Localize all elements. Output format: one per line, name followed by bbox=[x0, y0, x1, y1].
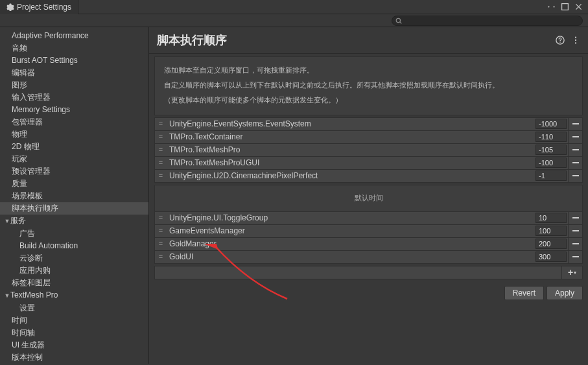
remove-button[interactable] bbox=[568, 224, 582, 238]
sidebar-item[interactable]: 音频 bbox=[0, 42, 148, 54]
sidebar-item[interactable]: Memory Settings bbox=[0, 104, 148, 116]
remove-button[interactable] bbox=[568, 211, 582, 225]
sidebar-item[interactable]: 时间 bbox=[0, 314, 148, 327]
script-name: GoldManager bbox=[167, 239, 534, 248]
execution-order-input[interactable]: -1 bbox=[535, 171, 567, 181]
sidebar-item[interactable]: 输入管理器 bbox=[0, 91, 148, 104]
svg-point-1 bbox=[554, 6, 555, 7]
script-name: GoldUI bbox=[167, 252, 534, 261]
script-row[interactable]: TMPro.TextMeshProUGUI-100 bbox=[154, 156, 583, 170]
sidebar-item[interactable]: 2D 物理 bbox=[0, 141, 148, 153]
script-row[interactable]: UnityEngine.U2D.CinemachinePixelPerfect-… bbox=[154, 169, 583, 183]
svg-point-6 bbox=[575, 36, 576, 38]
drag-handle-icon[interactable] bbox=[155, 158, 167, 167]
drag-handle-icon[interactable] bbox=[155, 171, 167, 180]
sidebar-item[interactable]: 包管理器 bbox=[0, 116, 148, 128]
apply-button[interactable]: Apply bbox=[547, 286, 583, 300]
revert-button[interactable]: Revert bbox=[504, 286, 544, 300]
sidebar-item[interactable]: 场景模板 bbox=[0, 190, 148, 202]
sidebar-item-label: 时间轴 bbox=[12, 328, 35, 337]
sidebar-item[interactable]: ▼TextMesh Pro bbox=[0, 289, 148, 302]
script-row[interactable]: GameEventsManager100 bbox=[154, 224, 583, 238]
help-icon[interactable] bbox=[556, 36, 565, 45]
sidebar-item[interactable]: 图形 bbox=[0, 79, 148, 91]
execution-order-input[interactable]: -105 bbox=[535, 145, 567, 155]
sidebar-item[interactable]: Build Automation bbox=[0, 240, 148, 252]
sidebar-item-label: 标签和图层 bbox=[12, 278, 51, 287]
sidebar-item[interactable]: 广告 bbox=[0, 228, 148, 240]
sidebar-item[interactable]: 玩家 bbox=[0, 153, 148, 165]
sidebar-item[interactable]: 设置 bbox=[0, 302, 148, 314]
window-tab[interactable]: Project Settings bbox=[0, 0, 78, 14]
svg-rect-11 bbox=[572, 149, 579, 150]
add-script-button[interactable]: +▾ bbox=[561, 266, 582, 279]
script-row[interactable]: UnityEngine.UI.ToggleGroup10 bbox=[154, 211, 583, 225]
script-name: TMPro.TextContainer bbox=[167, 132, 534, 141]
execution-order-input[interactable]: -110 bbox=[535, 132, 567, 142]
sidebar-item[interactable]: 预设管理器 bbox=[0, 165, 148, 178]
sidebar-item-label: 场景模板 bbox=[12, 191, 43, 200]
remove-button[interactable] bbox=[568, 169, 582, 183]
gear-icon bbox=[6, 3, 14, 11]
maximize-icon[interactable] bbox=[561, 3, 569, 11]
remove-button[interactable] bbox=[568, 237, 582, 251]
sidebar-item-label: 2D 物理 bbox=[12, 142, 40, 151]
more-icon[interactable] bbox=[571, 36, 580, 45]
sidebar-item[interactable]: 质量 bbox=[0, 178, 148, 190]
chevron-down-icon: ▼ bbox=[4, 290, 10, 301]
settings-sidebar: Adaptive Performance音频Burst AOT Settings… bbox=[0, 27, 149, 364]
drag-handle-icon[interactable] bbox=[155, 145, 167, 154]
svg-rect-13 bbox=[572, 175, 579, 176]
execution-order-input[interactable]: 10 bbox=[535, 213, 567, 223]
script-row[interactable]: GoldUI300 bbox=[154, 250, 583, 264]
sidebar-item[interactable]: 版本控制 bbox=[0, 351, 148, 364]
sidebar-item[interactable]: 物理 bbox=[0, 128, 148, 141]
script-row[interactable]: UnityEngine.EventSystems.EventSystem-100… bbox=[154, 117, 583, 131]
remove-button[interactable] bbox=[568, 156, 582, 170]
sidebar-item[interactable]: 时间轴 bbox=[0, 327, 148, 339]
sidebar-item[interactable]: Burst AOT Settings bbox=[0, 54, 148, 67]
script-row[interactable]: GoldManager200 bbox=[154, 237, 583, 251]
svg-rect-16 bbox=[572, 243, 579, 244]
drag-handle-icon[interactable] bbox=[155, 239, 167, 248]
sidebar-item[interactable]: 标签和图层 bbox=[0, 277, 148, 289]
sidebar-item[interactable]: ▼服务 bbox=[0, 215, 148, 228]
execution-order-input[interactable]: -1000 bbox=[535, 119, 567, 129]
sidebar-item[interactable]: 应用内购 bbox=[0, 265, 148, 277]
remove-button[interactable] bbox=[568, 117, 582, 131]
script-name: TMPro.TextMeshPro bbox=[167, 145, 534, 154]
drag-handle-icon[interactable] bbox=[155, 119, 167, 128]
close-icon[interactable] bbox=[574, 3, 583, 11]
execution-order-input[interactable]: 200 bbox=[535, 239, 567, 249]
execution-order-input[interactable]: 100 bbox=[535, 226, 567, 236]
search-input[interactable] bbox=[392, 16, 583, 26]
sidebar-item-label: 设置 bbox=[19, 303, 35, 312]
help-text: 添加脚本至自定义顺序窗口，可拖拽重新排序。 自定义顺序的脚本可以从上到下在默认时… bbox=[154, 56, 583, 115]
remove-button[interactable] bbox=[568, 143, 582, 157]
sidebar-item-label: UI 生成器 bbox=[12, 340, 45, 349]
sidebar-item[interactable]: UI 生成器 bbox=[0, 339, 148, 351]
menu-dots-icon[interactable] bbox=[547, 3, 556, 11]
drag-handle-icon[interactable] bbox=[155, 252, 167, 261]
drag-handle-icon[interactable] bbox=[155, 132, 167, 141]
remove-button[interactable] bbox=[568, 130, 582, 144]
script-row[interactable]: TMPro.TextContainer-110 bbox=[154, 130, 583, 144]
execution-order-input[interactable]: 300 bbox=[535, 252, 567, 262]
sidebar-item[interactable]: 云诊断 bbox=[0, 252, 148, 265]
sidebar-item[interactable]: 脚本执行顺序 bbox=[0, 202, 148, 215]
script-name: GameEventsManager bbox=[167, 226, 534, 235]
drag-handle-icon[interactable] bbox=[155, 226, 167, 235]
svg-point-7 bbox=[575, 40, 576, 41]
drag-handle-icon[interactable] bbox=[155, 213, 167, 222]
svg-rect-15 bbox=[572, 230, 579, 231]
sidebar-item-label: 编辑器 bbox=[12, 68, 35, 77]
sidebar-item-label: Adaptive Performance bbox=[12, 31, 89, 40]
sidebar-item[interactable]: 编辑器 bbox=[0, 67, 148, 79]
sidebar-item[interactable]: Adaptive Performance bbox=[0, 30, 148, 42]
remove-button[interactable] bbox=[568, 250, 582, 264]
execution-order-input[interactable]: -100 bbox=[535, 158, 567, 168]
svg-rect-2 bbox=[562, 4, 569, 10]
search-icon bbox=[395, 18, 402, 24]
sidebar-item-label: 预设管理器 bbox=[12, 167, 51, 176]
script-row[interactable]: TMPro.TextMeshPro-105 bbox=[154, 143, 583, 157]
